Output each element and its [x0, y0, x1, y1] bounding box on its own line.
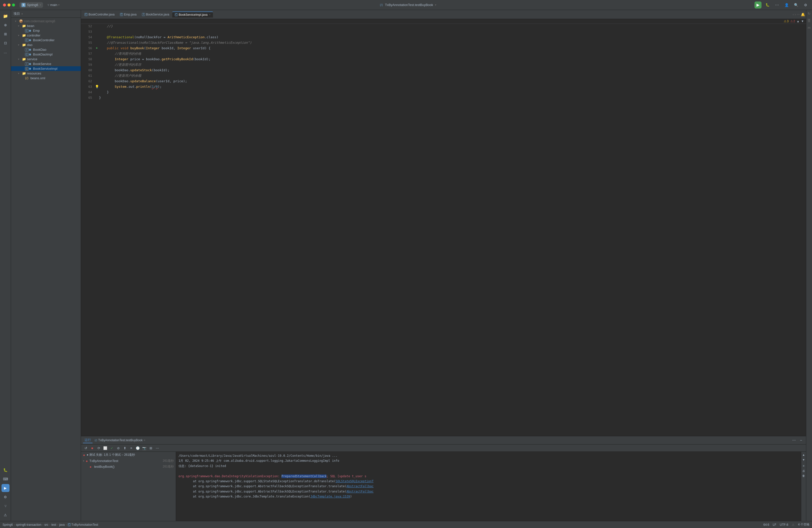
tree-item-BookController[interactable]: ▸ C BookController [11, 38, 81, 43]
sidebar-icon-structure[interactable]: ⊞ [1, 30, 10, 38]
error-badge[interactable]: ⚠ 2 [790, 19, 795, 23]
run-more-btn[interactable]: ⋯ [155, 445, 160, 451]
project-dropdown-icon[interactable]: ▾ [40, 3, 41, 6]
console-link-3[interactable]: AbstractFallbac [347, 490, 374, 493]
run-stop-red-btn[interactable]: ■ [89, 445, 95, 451]
tab-Emp[interactable]: C Emp.java [117, 12, 139, 17]
more-actions-button[interactable]: ⋯ [773, 1, 781, 9]
tab-BookServiceImpl[interactable]: C BookServiceImpl.java × [172, 12, 213, 17]
tree-item-beans-xml[interactable]: ▸ ⟨/⟩ beans.xml [11, 76, 81, 80]
branch-dropdown-icon[interactable]: ▾ [58, 3, 59, 6]
warning-nav-up[interactable]: ▲ [797, 19, 799, 23]
run-check-btn[interactable]: ✓ [109, 445, 115, 451]
tree-item-Emp[interactable]: ▸ C Emp [11, 28, 81, 33]
warning-nav-down[interactable]: ▼ [801, 19, 804, 23]
breadcrumb-txtest[interactable]: CTxByAnnotationTest [68, 523, 98, 527]
search-button[interactable]: 🔍 [793, 1, 799, 9]
breadcrumb-java[interactable]: java [59, 523, 65, 527]
tree-item-BookServiceImpl[interactable]: ▸ C BookServiceImpl [11, 66, 81, 71]
run-cancel-btn[interactable]: ⊘ [116, 445, 121, 451]
bulb-icon-63[interactable]: 💡 [95, 84, 99, 89]
sidebar-icon-services[interactable]: ⚙ [1, 493, 10, 501]
sidebar-icon-debug[interactable]: 🐛 [1, 466, 10, 474]
sidebar-icon-run[interactable]: ▶ [1, 484, 10, 492]
sidebar-icon-folder[interactable]: 📁 [1, 12, 10, 20]
console-scroll-up[interactable]: ▲ [802, 453, 806, 457]
code-editor[interactable]: 52 //} 53 54 @Transactional(noRollbackFo… [81, 24, 806, 436]
tree-item-resources[interactable]: ▾ 📁 resources [11, 71, 81, 76]
run-clock-btn[interactable]: 🕐 [135, 445, 141, 451]
account-button[interactable]: 👤 [783, 1, 790, 9]
console-link-4[interactable]: JdbcTemplate.java:1539 [310, 495, 350, 498]
right-icon-refresh[interactable]: ↻ [807, 11, 812, 16]
status-indent[interactable]: 4 个空格 [798, 523, 810, 527]
test-item-TxByAnnotationTest[interactable]: ▾ ● TxByAnnotationTest 261毫秒 [81, 458, 176, 464]
run-restart-btn[interactable]: ↺ [83, 445, 88, 451]
status-encoding[interactable]: UTF-8 [780, 523, 788, 527]
tab-scroll-left[interactable]: ‹ [793, 13, 794, 16]
run-sort-btn[interactable]: ≡ [129, 445, 134, 451]
center-dropdown-icon[interactable]: ▾ [435, 3, 436, 6]
branch-selector[interactable]: ⑂ main ▾ [45, 2, 61, 8]
settings-button[interactable]: ⚙ [802, 1, 809, 9]
bottom-tab-run[interactable]: 运行 [83, 437, 92, 443]
notifications-btn[interactable]: 🔔 [801, 13, 805, 16]
run-export-btn[interactable]: ⬆ [122, 445, 128, 451]
console-wrap-btn[interactable]: ≡ [802, 464, 806, 468]
tree-item-service[interactable]: ▾ 📁 service [11, 57, 81, 61]
tree-item-controller[interactable]: ▾ 📁 controller [11, 33, 81, 38]
sidebar-icon-git[interactable]: ⑂ [1, 502, 10, 510]
status-position[interactable]: 64:6 [764, 523, 769, 527]
bottom-tab-file-close[interactable]: × [144, 439, 145, 442]
test-item-testBuyBook[interactable]: ● testBuyBook() 261毫秒 [81, 464, 176, 469]
file-tree-dropdown-icon[interactable]: ▾ [21, 13, 23, 15]
breadcrumb-spring6[interactable]: Spring6 [2, 523, 13, 527]
project-selector[interactable]: S Spring6 ▾ [19, 2, 43, 8]
tree-item-bean[interactable]: ▾ 📁 bean [11, 24, 81, 28]
sidebar-icon-terminal[interactable]: ⌨ [1, 475, 10, 483]
right-icon-db[interactable]: 🗄 [807, 18, 812, 23]
gutter-run-icon-56[interactable]: ▶ [96, 46, 98, 50]
console-link-1[interactable]: SQLStateSQLExceptionT [336, 480, 374, 483]
bottom-more-btn[interactable]: ⋯ [791, 437, 797, 443]
minimize-button[interactable] [8, 3, 11, 6]
run-rerun-btn[interactable]: ⟳ [96, 445, 102, 451]
sidebar-icon-problem[interactable]: ⚠ [1, 511, 10, 519]
status-linesep[interactable]: LF [773, 523, 776, 527]
tab-BookController[interactable]: C BookController.java [82, 12, 117, 17]
sidebar-icon-plugins[interactable]: ⊡ [1, 39, 10, 47]
tree-item-BookDaoImpl[interactable]: ▸ C BookDaoImpl [11, 52, 81, 57]
tab-close-BookServiceImpl[interactable]: × [209, 13, 211, 16]
test-item-arrow: ▾ [83, 459, 84, 462]
close-button[interactable] [3, 3, 6, 6]
code-line-53: 53 [81, 29, 806, 35]
sidebar-icon-more[interactable]: … [1, 48, 10, 56]
console-print-btn[interactable]: 🖨 [802, 469, 806, 473]
run-button[interactable]: ▶ [754, 1, 762, 9]
console-trash-btn[interactable]: 🗑 [802, 474, 806, 478]
run-stop-btn[interactable]: ⬜ [102, 445, 108, 451]
sidebar-icon-commit[interactable]: ⊕ [1, 21, 10, 29]
run-screenshot-btn[interactable]: 📷 [142, 445, 147, 451]
tree-item-com-pkg[interactable]: ▾ 📦 com.codermast.spring6 [11, 19, 81, 24]
right-icon-maven[interactable]: m [807, 25, 812, 30]
console-scroll-down[interactable]: ▼ [802, 458, 806, 462]
debug-button[interactable]: 🐛 [764, 1, 771, 9]
bottom-minimize-btn[interactable]: − [798, 437, 804, 443]
console-link-2[interactable]: AbstractFallbac [347, 484, 374, 488]
breadcrumb-test[interactable]: test [51, 523, 56, 527]
tree-item-BookService[interactable]: ▸ I BookService [11, 61, 81, 66]
maximize-button[interactable] [12, 3, 15, 6]
tab-scroll-right[interactable]: › [795, 13, 796, 16]
warning-count: 3 [787, 19, 789, 23]
tree-item-BookDao[interactable]: ▸ I BookDao [11, 47, 81, 52]
tree-item-dao[interactable]: ▾ 📁 dao [11, 43, 81, 47]
run-copy-btn[interactable]: ⊞ [148, 445, 154, 451]
breadcrumb-src[interactable]: src [44, 523, 48, 527]
bottom-tab-file[interactable]: ⟨/⟩ TxByAnnotationTest.testBuyBook × [95, 439, 145, 442]
breadcrumb-transaction[interactable]: spring6-transaction [16, 523, 41, 527]
tab-overflow-btn[interactable]: ⋯ [797, 13, 800, 16]
console-output[interactable]: /Users/codermast/Library/Java/JavaVirtua… [176, 452, 801, 521]
tab-BookService[interactable]: I BookService.java [140, 12, 172, 17]
warning-badge[interactable]: ⚠ 3 [784, 19, 789, 23]
